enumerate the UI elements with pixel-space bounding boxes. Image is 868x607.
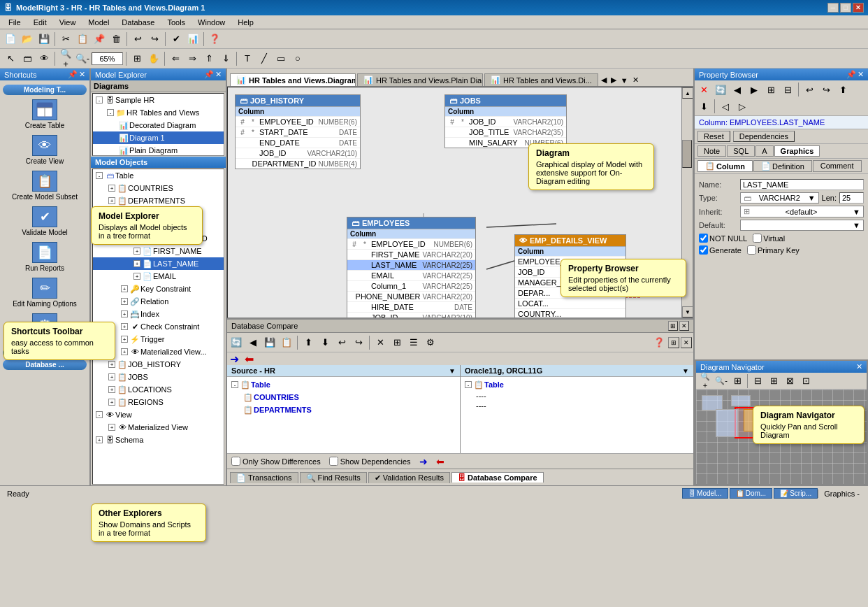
virtual-input[interactable] [753, 234, 762, 243]
dn-close[interactable]: ✕ [856, 362, 862, 371]
expand-icon[interactable]: + [121, 285, 128, 292]
dn-grid1-btn[interactable]: ⊟ [750, 373, 765, 389]
expand-icon[interactable]: + [108, 399, 115, 406]
last-name-col-node[interactable]: + 📄 LAST_NAME [93, 257, 224, 270]
source-table-node[interactable]: - 📋 Table [229, 378, 458, 391]
pb-tab-column[interactable]: 📋 Column [697, 160, 753, 172]
validate-model-shortcut[interactable]: ✔ Validate Model [3, 203, 87, 239]
paste-button[interactable]: 📌 [92, 31, 107, 47]
dom-tab-btn[interactable]: 📋 Dom... [730, 488, 772, 499]
departments-node[interactable]: + 📋 DEPARTMENTS [93, 194, 224, 207]
save-button[interactable]: 💾 [36, 31, 52, 47]
db-format-button[interactable]: ⚙ [423, 335, 438, 350]
expand-icon[interactable]: + [108, 361, 115, 368]
col-row[interactable]: #*EMPLOYEE_IDNUMBER(6) [236, 116, 360, 127]
ellipse-button[interactable]: ○ [290, 51, 305, 66]
scroll-up-button[interactable]: ▲ [682, 87, 693, 99]
rect-button[interactable]: ▭ [273, 51, 289, 66]
pb-tab-graphics[interactable]: Graphics [774, 145, 820, 157]
col-row[interactable]: PHONE_NUMBERVARCHAR2(20) [347, 291, 475, 301]
pb-nav1-btn[interactable]: ◀ [730, 82, 745, 97]
expand-icon[interactable]: - [465, 381, 472, 388]
expand-icon[interactable]: + [133, 248, 140, 255]
show-deps-input[interactable] [329, 457, 338, 466]
hr-tables-views-node[interactable]: - 📁 HR Tables and Views [93, 106, 224, 119]
target-scroll-btn[interactable]: ▼ [682, 367, 689, 375]
pb-name-input[interactable] [740, 179, 864, 190]
expand-icon[interactable]: - [96, 172, 103, 179]
tab-database-compare[interactable]: 🗄 Database Compare [451, 472, 544, 483]
db-back-button[interactable]: ◀ [245, 335, 261, 350]
tab-find-results[interactable]: 🔍 Find Results [300, 472, 367, 483]
zoom-input[interactable] [92, 52, 123, 65]
expand-icon[interactable]: + [121, 336, 128, 343]
fit-button[interactable]: ⊞ [129, 51, 145, 66]
scroll-down-button[interactable]: ▼ [682, 306, 693, 317]
col-row[interactable]: HIRE_DATEDATE [347, 301, 475, 312]
expand-icon[interactable]: - [231, 381, 238, 388]
undo-button[interactable]: ↩ [130, 31, 145, 47]
col-row[interactable]: #*JOB_IDVARCHAR2(10) [445, 116, 566, 127]
db-copy-button[interactable]: 📋 [279, 335, 294, 350]
close-button[interactable]: ✕ [853, 3, 864, 13]
db-redo-button[interactable]: ↪ [351, 335, 366, 350]
pb-pin-icon[interactable]: 📌 [846, 70, 856, 79]
menu-edit[interactable]: Edit [28, 17, 52, 28]
expand-icon[interactable]: + [121, 310, 128, 317]
jobs-node[interactable]: + 📋 JOBS [93, 371, 224, 383]
employees-table[interactable]: 🗃 EMPLOYEES Column #*EMPLOYEE_IDNUMBER(6… [347, 217, 476, 318]
pb-down-btn[interactable]: ⬇ [696, 99, 711, 114]
text-button[interactable]: T [240, 51, 255, 66]
expand-icon[interactable]: + [96, 436, 103, 443]
model-tab-btn[interactable]: 🗄 Model... [682, 488, 728, 499]
last-name-col-row[interactable]: LAST_NAMEVARCHAR2(25) [347, 259, 475, 270]
primary-key-input[interactable] [747, 245, 756, 255]
expand-icon[interactable]: + [108, 197, 115, 204]
align-bottom-button[interactable]: ⇓ [218, 51, 233, 66]
mat-view2-node[interactable]: + 👁 Materialized View [93, 421, 224, 434]
virtual-check[interactable]: Virtual [753, 234, 785, 243]
menu-help[interactable]: Help [232, 17, 259, 28]
zoom-in-button[interactable]: 🔍+ [58, 51, 73, 66]
expand-icon[interactable]: + [108, 185, 115, 192]
tab-diagram1[interactable]: 📊 HR Tables and Views.Diagram 1 ✕ [230, 73, 356, 86]
me-close-icon[interactable]: ✕ [215, 70, 222, 79]
sample-hr-node[interactable]: - 🗄 Sample HR [93, 94, 224, 106]
col-row[interactable]: DEPARTMENT_IDNUMBER(4) [236, 158, 360, 169]
pb-next-btn[interactable]: ▷ [735, 99, 750, 114]
minimize-button[interactable]: ─ [827, 3, 839, 13]
line-button[interactable]: ╱ [256, 51, 272, 66]
regions-node[interactable]: + 📋 REGIONS [93, 396, 224, 408]
locations-node[interactable]: + 📋 LOCATIONS [93, 383, 224, 396]
shortcuts-pin-icon[interactable]: 📌 [68, 70, 78, 79]
dn-fit-btn[interactable]: ⊞ [730, 373, 745, 389]
scroll-thumb[interactable] [682, 140, 692, 168]
schema-node[interactable]: + 🗄 Schema [93, 434, 224, 446]
generate-input[interactable] [699, 245, 708, 255]
create-view-shortcut[interactable]: 👁 Create View [3, 132, 87, 168]
run-reports-button[interactable]: 📊 [185, 31, 201, 47]
table-node[interactable]: - 🗃 Table [93, 169, 224, 182]
db-refresh-button[interactable]: 🔄 [229, 335, 244, 350]
col-row[interactable]: JOB_TITLEVARCHAR2(35) [445, 127, 566, 137]
panel-close-btn[interactable]: ✕ [679, 321, 689, 331]
expand-icon[interactable]: + [121, 298, 128, 305]
view-button[interactable]: 👁 [36, 51, 52, 66]
tab-scroll-left[interactable]: ◀ [600, 74, 608, 86]
not-null-input[interactable] [699, 234, 708, 243]
expand-icon[interactable]: + [108, 373, 115, 380]
only-show-diff-input[interactable] [231, 457, 240, 466]
db-columns-button[interactable]: ⊞ [389, 335, 405, 350]
run-reports-shortcut[interactable]: 📄 Run Reports [3, 239, 87, 275]
database-section[interactable]: Database ... [3, 359, 87, 370]
expand-icon[interactable]: + [121, 348, 128, 355]
menu-file[interactable]: File [3, 17, 27, 28]
dn-grid3-btn[interactable]: ⊠ [782, 373, 797, 389]
db-rows-button[interactable]: ☰ [406, 335, 421, 350]
pan-button[interactable]: ✋ [146, 51, 161, 66]
shortcuts-close-icon[interactable]: ✕ [79, 70, 85, 79]
modeling-section[interactable]: Modeling T... [3, 85, 87, 95]
expand-icon[interactable]: + [121, 323, 128, 330]
target-item2-node[interactable]: ---- [462, 401, 692, 410]
align-right-button[interactable]: ⇒ [185, 51, 200, 66]
